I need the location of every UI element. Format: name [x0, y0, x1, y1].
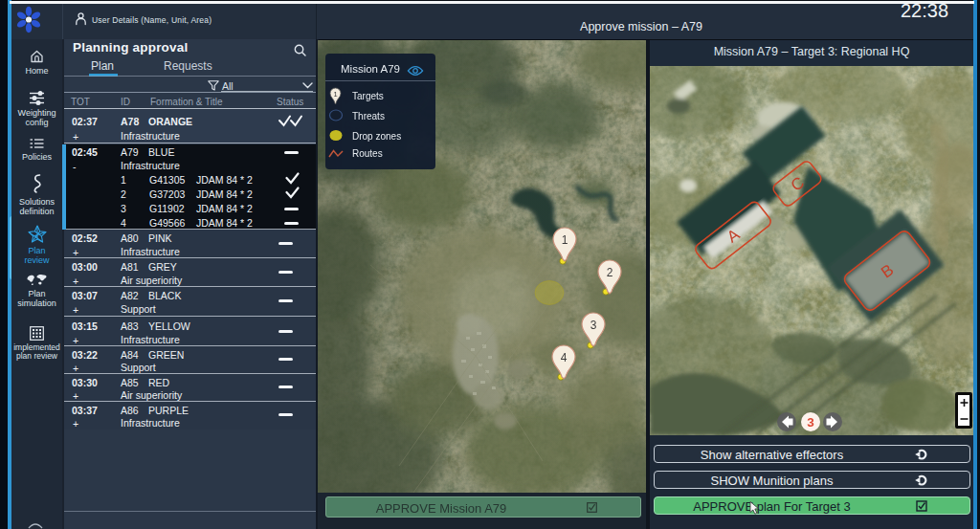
svg-text:1: 1 [333, 90, 337, 99]
svg-text:4: 4 [561, 351, 568, 364]
svg-text:1: 1 [562, 233, 568, 247]
svg-text:3: 3 [807, 415, 814, 430]
svg-text:2: 2 [607, 266, 613, 279]
svg-text:3: 3 [590, 319, 597, 332]
